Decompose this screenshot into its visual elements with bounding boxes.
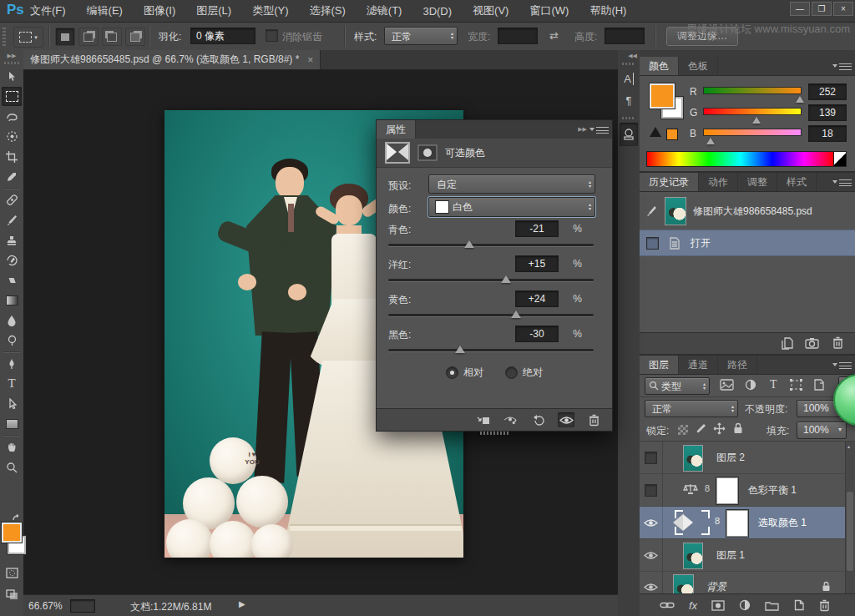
menu-type[interactable]: 类型(Y) — [252, 3, 288, 18]
tab-layers[interactable]: 图层 — [640, 356, 679, 374]
panel-collapse-icon[interactable]: ▶▶ — [578, 126, 587, 133]
document-tab[interactable]: 修图师大雄986658485.psd @ 66.7% (选取颜色 1, RGB/… — [23, 50, 321, 69]
tab-styles[interactable]: 样式 — [777, 173, 817, 191]
style-dropdown[interactable]: 正常 ▴▾ — [384, 27, 458, 45]
mask-badge-icon[interactable] — [417, 144, 438, 161]
green-channel-slider[interactable] — [703, 108, 802, 115]
menu-edit[interactable]: 编辑(E) — [87, 3, 123, 18]
visibility-well[interactable] — [640, 507, 663, 538]
menu-3d[interactable]: 3D(D) — [422, 5, 452, 18]
menu-image[interactable]: 图像(I) — [144, 3, 175, 18]
scrollbar-thumb[interactable] — [847, 492, 853, 571]
type-tool[interactable]: T — [2, 374, 22, 393]
height-input[interactable] — [605, 28, 645, 44]
scroll-up-icon[interactable]: ▴ — [847, 443, 850, 449]
tab-swatches[interactable]: 色板 — [679, 57, 718, 75]
lock-position-icon[interactable] — [713, 422, 726, 435]
color-panel-menu-icon[interactable] — [839, 63, 852, 70]
screen-mode-button[interactable] — [2, 585, 22, 604]
lock-transparency-icon[interactable] — [676, 423, 689, 436]
black-slider-track[interactable] — [388, 349, 594, 351]
subtract-selection-button[interactable] — [102, 28, 122, 46]
shape-tool[interactable] — [2, 414, 22, 433]
red-channel-slider[interactable] — [703, 87, 802, 94]
layer-row-color-balance[interactable]: 8 色彩平衡 1 — [640, 474, 855, 507]
magenta-slider-track[interactable] — [388, 279, 594, 281]
layer-style-fx-icon[interactable]: fx — [689, 599, 697, 612]
layer-filter-dropdown[interactable]: 类型 ▴▾ — [645, 377, 710, 395]
toolbar-expand-icon[interactable]: ▶▶ — [0, 50, 23, 59]
layer-name[interactable]: 图层 1 — [716, 548, 745, 563]
menu-window[interactable]: 窗口(W) — [529, 3, 569, 18]
relative-radio[interactable]: 相对 — [446, 366, 483, 380]
brush-tool[interactable] — [2, 210, 22, 230]
visibility-well[interactable] — [640, 474, 663, 506]
feather-input[interactable]: 0 像素 — [190, 28, 255, 44]
cyan-value[interactable]: -21 — [515, 220, 559, 237]
properties-titlebar[interactable]: 属性 ▶▶ — [377, 120, 612, 139]
blur-tool[interactable] — [2, 311, 22, 330]
lock-all-icon[interactable] — [733, 422, 743, 434]
layers-scrollbar[interactable]: ▴ ▾ — [845, 442, 855, 616]
layer-name[interactable]: 背景 — [706, 580, 726, 594]
green-channel-value[interactable]: 139 — [808, 104, 847, 121]
new-layer-icon[interactable] — [793, 599, 805, 611]
delete-state-trash-icon[interactable] — [832, 336, 843, 350]
history-brush-source-icon[interactable] — [645, 205, 658, 217]
spot-healing-brush-tool[interactable] — [2, 190, 22, 210]
layer-row-selective-color[interactable]: 8 选取颜色 1 — [640, 507, 855, 539]
layers-panel-menu-icon[interactable] — [839, 361, 852, 369]
filter-smart-objects-icon[interactable] — [813, 379, 826, 391]
yellow-slider-thumb[interactable] — [511, 311, 521, 318]
cyan-slider-track[interactable] — [388, 244, 594, 246]
menu-view[interactable]: 视图(V) — [473, 3, 508, 18]
tab-properties[interactable]: 属性 — [377, 120, 416, 139]
menu-select[interactable]: 选择(S) — [309, 3, 345, 18]
crop-tool[interactable] — [2, 147, 22, 166]
delete-layer-trash-icon[interactable] — [819, 599, 830, 612]
tab-channels[interactable]: 通道 — [679, 356, 718, 374]
link-layers-icon[interactable] — [660, 601, 675, 609]
layer-row-layer1[interactable]: 图层 1 — [640, 539, 855, 572]
width-input[interactable] — [498, 28, 538, 44]
cyan-slider-thumb[interactable] — [464, 240, 474, 248]
antialias-checkbox[interactable] — [266, 29, 278, 42]
path-selection-tool[interactable] — [2, 394, 22, 413]
close-button[interactable]: × — [833, 2, 853, 16]
mask-link-icon[interactable]: 8 — [715, 516, 720, 526]
blue-channel-thumb[interactable] — [706, 138, 715, 144]
layer-thumbnail[interactable] — [683, 445, 703, 472]
history-step-checkbox[interactable] — [646, 237, 659, 250]
intersect-selection-button[interactable] — [125, 28, 145, 46]
menu-layer[interactable]: 图层(L) — [196, 3, 231, 18]
green-channel-thumb[interactable] — [752, 117, 761, 124]
eraser-tool[interactable] — [2, 270, 22, 290]
fill-dropdown[interactable]: 100% ▾ — [797, 422, 847, 439]
dodge-tool[interactable] — [2, 331, 22, 350]
layer-name[interactable]: 图层 2 — [716, 451, 745, 465]
new-selection-button[interactable] — [55, 28, 75, 46]
minimize-button[interactable]: — — [790, 2, 810, 16]
foreground-color-swatch[interactable] — [2, 523, 22, 543]
menu-file[interactable]: 文件(F) — [30, 3, 66, 18]
properties-menu-icon[interactable] — [596, 126, 609, 134]
zoom-tool[interactable] — [2, 457, 22, 477]
new-document-from-state-icon[interactable] — [781, 337, 795, 350]
clip-to-layer-icon[interactable] — [475, 412, 492, 427]
eyedropper-tool[interactable] — [2, 167, 22, 186]
lock-pixels-brush-icon[interactable] — [695, 423, 706, 435]
menu-help[interactable]: 帮助(H) — [589, 3, 626, 18]
dock-collapse-icon[interactable]: ◀◀ — [618, 50, 640, 59]
blend-mode-dropdown[interactable]: 正常 ▴▾ — [645, 400, 738, 417]
magenta-value[interactable]: +15 — [515, 255, 559, 272]
restore-button[interactable]: ❐ — [812, 2, 832, 16]
new-adjustment-layer-icon[interactable] — [739, 599, 751, 611]
yellow-value[interactable]: +24 — [515, 290, 559, 307]
tab-close-icon[interactable]: × — [307, 54, 313, 66]
dock-grip[interactable] — [622, 117, 635, 119]
black-value[interactable]: -30 — [515, 326, 559, 342]
rectangular-marquee-tool[interactable] — [2, 87, 22, 106]
blue-channel-slider[interactable] — [703, 129, 802, 136]
new-group-folder-icon[interactable] — [765, 600, 779, 611]
move-tool[interactable] — [2, 67, 22, 86]
